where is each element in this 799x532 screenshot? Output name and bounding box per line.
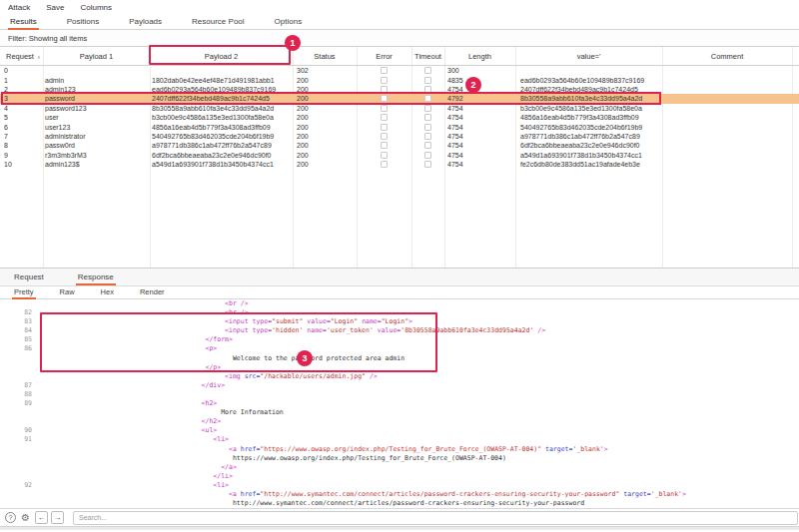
tab-results[interactable]: Results [8, 15, 39, 29]
table-row[interactable]: 0302300 [0, 66, 799, 75]
error-checkbox[interactable] [381, 152, 388, 159]
cell: 200 [293, 114, 357, 121]
timeout-checkbox[interactable] [424, 105, 431, 112]
table-row[interactable]: 4password1238b30558a9abb610fa3e4c33dd95a… [0, 104, 799, 113]
error-checkbox[interactable] [381, 124, 388, 131]
column-header-error[interactable]: Error [357, 52, 411, 61]
cell: 0 [0, 67, 43, 74]
cell: user123 [43, 124, 150, 131]
cell: 4835 [444, 77, 515, 84]
cell: 3 [0, 95, 43, 102]
cell: admin [43, 77, 150, 84]
column-header-status[interactable]: Status [293, 52, 357, 61]
cell: 2 [0, 86, 43, 93]
code-text: More Information [45, 408, 284, 417]
tab-payloads[interactable]: Payloads [127, 15, 164, 29]
table-row[interactable]: 3password2407dff622f34bebd489ac9b1c7424d… [0, 94, 799, 103]
timeout-checkbox[interactable] [424, 86, 431, 93]
cell: a549d1a693901f738d1b3450b4374cc1 [515, 152, 662, 159]
cell: b3cb00e9c4586a135e3ed1300fa58e0a [515, 105, 662, 112]
timeout-checkbox[interactable] [424, 161, 431, 168]
table-row[interactable]: 10admin123$a549d1a693901f738d1b3450b4374… [0, 160, 799, 169]
response-view-tab-bar: PrettyRawHexRender [0, 286, 799, 299]
code-line: 84<input type='hidden' name='user_token'… [0, 326, 799, 335]
cell [357, 152, 411, 159]
results-table: Request∧Payload 1Payload 2StatusErrorTim… [0, 47, 799, 268]
timeout-checkbox[interactable] [424, 124, 431, 131]
search-back-button[interactable]: ← [35, 511, 48, 524]
error-checkbox[interactable] [381, 133, 388, 140]
gear-icon[interactable]: ⚙ [19, 512, 32, 523]
table-row[interactable]: 7administrator540492765b83d462035cde204b… [0, 132, 799, 141]
error-checkbox[interactable] [381, 161, 388, 168]
cell: 4754 [444, 152, 515, 159]
table-row[interactable]: 5userb3cb00e9c4586a135e3ed1300fa58e0a200… [0, 113, 799, 122]
menu-item-save[interactable]: Save [46, 3, 64, 12]
menu-item-columns[interactable]: Columns [80, 3, 112, 12]
column-header-comment[interactable]: Comment [662, 52, 792, 61]
error-checkbox[interactable] [381, 77, 388, 84]
code-line: </h2> [0, 417, 799, 426]
view-tab-hex[interactable]: Hex [99, 286, 116, 298]
view-tab-raw[interactable]: Raw [58, 286, 77, 298]
error-checkbox[interactable] [381, 105, 388, 112]
tab-request[interactable]: Request [12, 270, 46, 285]
table-row[interactable]: 2admin123ead6b0293a564b60e109489b837c916… [0, 85, 799, 94]
table-row[interactable]: 6user1234856a16eab4d5b779f3a4308ad3ffb09… [0, 122, 799, 131]
code-text: <p> [45, 344, 217, 353]
error-checkbox[interactable] [381, 67, 388, 74]
error-checkbox[interactable] [381, 142, 388, 149]
cell [411, 86, 444, 93]
menu-item-attack[interactable]: Attack [8, 3, 30, 12]
cell: passw0rd [43, 142, 150, 149]
code-line: 91<li> [0, 435, 799, 444]
timeout-checkbox[interactable] [424, 95, 431, 102]
column-header-timeout[interactable]: Timeout [411, 52, 444, 61]
column-header-payload-2[interactable]: Payload 2 [150, 52, 293, 61]
timeout-checkbox[interactable] [424, 67, 431, 74]
table-row[interactable]: 1admin1802dab0e42ee4ef48e71d491981abb120… [0, 75, 799, 84]
line-number: 88 [0, 390, 45, 399]
line-number [0, 417, 45, 426]
timeout-checkbox[interactable] [424, 133, 431, 140]
tab-response[interactable]: Response [76, 270, 116, 285]
view-tab-render[interactable]: Render [138, 286, 167, 298]
timeout-checkbox[interactable] [424, 142, 431, 149]
cell: 200 [293, 161, 357, 168]
tab-positions[interactable]: Positions [65, 15, 101, 29]
cell: 302 [293, 67, 357, 74]
cell: 2407dff622f34bebd489ac9b1c7424d5 [150, 95, 293, 102]
column-header-value[interactable]: value=' [515, 52, 662, 61]
line-number [0, 454, 45, 463]
tab-options[interactable]: Options [273, 15, 305, 29]
error-checkbox[interactable] [381, 86, 388, 93]
timeout-checkbox[interactable] [424, 114, 431, 121]
response-pretty-view[interactable]: <br />82<br />83<input type="submit" val… [0, 299, 799, 508]
code-text: <input type="submit" value="Login" name=… [45, 317, 412, 326]
error-checkbox[interactable] [381, 114, 388, 121]
table-row[interactable]: 9r3m3mb3rM36df2bca6bbeaeaba23c2e0e946dc9… [0, 151, 799, 160]
cell: 4754 [444, 133, 515, 140]
help-icon[interactable]: ? [5, 512, 16, 523]
search-forward-button[interactable]: → [51, 511, 64, 524]
view-tab-pretty[interactable]: Pretty [12, 286, 36, 298]
column-header-request[interactable]: Request∧ [0, 52, 43, 61]
filter-bar[interactable]: Filter: Showing all items [0, 30, 799, 47]
tab-resource-pool[interactable]: Resource Pool [190, 15, 246, 29]
column-header-length[interactable]: Length [444, 52, 515, 61]
code-line: 82<br /> [0, 308, 799, 317]
search-input[interactable] [73, 511, 798, 525]
timeout-checkbox[interactable] [424, 77, 431, 84]
cell: 200 [293, 142, 357, 149]
column-header-payload-1[interactable]: Payload 1 [43, 52, 150, 61]
line-number: 83 [0, 317, 45, 326]
cell: admin123 [43, 86, 150, 93]
error-checkbox[interactable] [381, 95, 388, 102]
timeout-checkbox[interactable] [424, 152, 431, 159]
cell: 1 [0, 77, 43, 84]
line-number [0, 463, 45, 472]
cell [411, 77, 444, 84]
line-number: 85 [0, 335, 45, 344]
burp-intruder-window: AttackSaveColumns ResultsPositionsPayloa… [0, 0, 799, 532]
table-row[interactable]: 8passw0rda978771db386c1ab472ff76b2a547c8… [0, 141, 799, 150]
